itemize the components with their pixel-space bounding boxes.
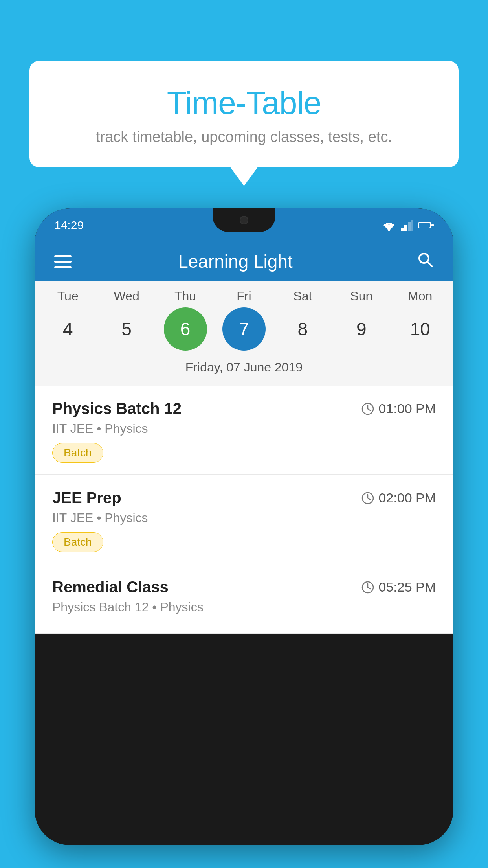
status-icons <box>382 220 434 231</box>
svg-rect-10 <box>431 224 434 226</box>
schedule-item-1[interactable]: JEE Prep02:00 PMIIT JEE • PhysicsBatch <box>35 475 453 564</box>
app-header: Learning Light <box>35 242 453 281</box>
batch-badge-0: Batch <box>52 443 103 463</box>
schedule-name-2: Remedial Class <box>52 578 169 596</box>
schedule-list: Physics Batch 1201:00 PMIIT JEE • Physic… <box>35 386 453 634</box>
clock-icon <box>361 402 374 416</box>
search-button[interactable] <box>416 251 434 272</box>
day-header-tue: Tue <box>42 289 94 303</box>
phone-wrapper: 14:29 <box>35 208 453 868</box>
day-number-7[interactable]: 7 <box>222 307 266 351</box>
bubble-title: Time-Table <box>49 85 439 121</box>
day-number-9[interactable]: 9 <box>340 307 383 351</box>
selected-date-label: Friday, 07 June 2019 <box>35 356 453 382</box>
day-headers: TueWedThuFriSatSunMon <box>35 289 453 303</box>
svg-line-15 <box>368 409 370 410</box>
schedule-detail-1: IIT JEE • Physics <box>52 511 436 525</box>
schedule-name-0: Physics Batch 12 <box>52 400 182 417</box>
svg-rect-6 <box>408 222 411 231</box>
svg-rect-5 <box>404 225 407 231</box>
svg-line-12 <box>427 262 432 267</box>
day-number-6[interactable]: 6 <box>164 307 207 351</box>
schedule-time-0: 01:00 PM <box>361 401 436 416</box>
schedule-time-2: 05:25 PM <box>361 579 436 595</box>
clock-icon <box>361 491 374 505</box>
day-header-mon: Mon <box>394 289 446 303</box>
app-title: Learning Light <box>72 251 399 272</box>
battery-icon <box>418 221 434 230</box>
phone-frame: 14:29 <box>35 208 453 845</box>
day-header-sun: Sun <box>336 289 387 303</box>
day-number-10[interactable]: 10 <box>398 307 442 351</box>
schedule-time-1: 02:00 PM <box>361 490 436 506</box>
schedule-item-0[interactable]: Physics Batch 1201:00 PMIIT JEE • Physic… <box>35 386 453 475</box>
notch <box>213 208 275 232</box>
status-bar: 14:29 <box>35 208 453 242</box>
wifi-icon <box>382 220 396 231</box>
day-header-sat: Sat <box>277 289 328 303</box>
day-header-wed: Wed <box>101 289 152 303</box>
day-number-4[interactable]: 4 <box>46 307 90 351</box>
svg-rect-4 <box>401 228 404 231</box>
speech-bubble: Time-Table track timetable, upcoming cla… <box>29 61 459 167</box>
status-time: 14:29 <box>54 219 84 232</box>
schedule-detail-0: IIT JEE • Physics <box>52 421 436 436</box>
day-number-5[interactable]: 5 <box>105 307 148 351</box>
signal-icon <box>401 220 413 231</box>
svg-rect-7 <box>411 220 413 231</box>
phone-screen: 14:29 <box>35 208 453 845</box>
day-header-fri: Fri <box>218 289 270 303</box>
svg-line-18 <box>368 498 370 500</box>
batch-badge-1: Batch <box>52 532 103 552</box>
day-number-8[interactable]: 8 <box>281 307 324 351</box>
svg-line-21 <box>368 587 370 589</box>
schedule-detail-2: Physics Batch 12 • Physics <box>52 600 436 614</box>
bubble-subtitle: track timetable, upcoming classes, tests… <box>49 129 439 145</box>
day-header-thu: Thu <box>160 289 211 303</box>
schedule-item-2[interactable]: Remedial Class05:25 PMPhysics Batch 12 •… <box>35 564 453 634</box>
speech-bubble-wrapper: Time-Table track timetable, upcoming cla… <box>29 61 459 167</box>
calendar-strip: TueWedThuFriSatSunMon 45678910 Friday, 0… <box>35 281 453 386</box>
svg-rect-9 <box>419 223 430 228</box>
menu-button[interactable] <box>54 255 72 268</box>
camera <box>240 216 248 224</box>
clock-icon <box>361 581 374 594</box>
day-numbers: 45678910 <box>35 307 453 351</box>
schedule-name-1: JEE Prep <box>52 489 121 507</box>
